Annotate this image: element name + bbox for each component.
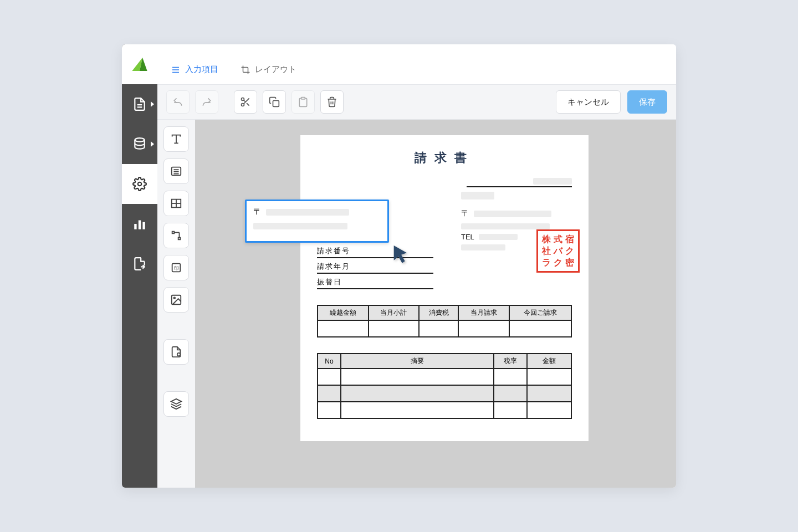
svg-rect-28 [172,232,175,234]
placeholder-line [461,192,494,200]
export-icon [132,257,147,271]
nav-settings[interactable] [122,164,157,204]
tab-label: 入力項目 [185,64,218,75]
bar-chart-icon [132,217,147,231]
placeholder-line [461,223,550,229]
cancel-button[interactable]: キャンセル [556,90,621,114]
svg-marker-39 [171,399,181,404]
svg-line-16 [244,100,245,102]
svg-point-35 [173,297,175,299]
list-box-icon [170,165,182,177]
image-icon [170,294,182,306]
nav-sidebar [122,44,157,488]
palette-list[interactable] [163,158,189,184]
table-row[interactable] [318,385,571,402]
svg-rect-17 [273,101,279,107]
database-icon [132,137,147,151]
th-carryover: 繰越金額 [318,305,369,320]
palette-stamp[interactable]: 印 [163,255,189,280]
nav-database[interactable] [122,124,157,164]
palette-image[interactable] [163,287,189,313]
redo-icon [201,96,212,108]
svg-rect-7 [139,221,141,229]
th-rate: 税率 [494,354,527,369]
undo-button[interactable] [166,90,190,114]
placeholder-line [461,244,505,250]
cursor-pointer-icon [390,243,412,267]
th-amount: 金額 [527,354,571,369]
tab-input-fields[interactable]: 入力項目 [171,64,218,84]
crop-icon [241,65,250,75]
undo-icon [172,96,183,108]
list-icon [171,65,181,75]
palette-add-page[interactable] [163,339,189,365]
caret-right-icon [151,141,154,147]
svg-rect-6 [134,224,136,229]
app-logo [122,44,157,84]
svg-rect-18 [301,98,305,99]
clipboard-icon [298,96,309,108]
table-icon [170,197,182,209]
field-transfer-date[interactable]: 振替日 [317,274,433,289]
toolbar: キャンセル 保存 [157,84,676,120]
svg-line-15 [247,103,249,106]
field-invoice-date[interactable]: 請求年月 [317,258,433,274]
field-date[interactable] [467,176,572,187]
th-no: No [318,354,341,369]
canvas[interactable]: 請求書 〒 [195,120,676,488]
svg-rect-29 [178,238,181,240]
text-icon [170,133,182,145]
scissors-icon [240,96,251,108]
svg-point-5 [138,182,142,186]
cut-button[interactable] [234,90,257,114]
element-palette: 印 [157,120,195,488]
delete-button[interactable] [320,90,344,114]
tab-layout[interactable]: レイアウト [241,64,296,84]
editor: 印 請求書 [157,120,676,488]
document-title: 請求書 [317,150,572,166]
company-postal[interactable]: 〒 [461,208,572,219]
tab-label: レイアウト [255,64,296,75]
gear-icon [132,177,147,191]
placeholder-line [266,209,349,216]
main-area: 入力項目 レイアウト [157,44,676,488]
caret-right-icon [151,101,154,107]
summary-table[interactable]: 繰越金額 当月小計 消費税 当月請求 今回ご請求 [317,305,572,337]
document-icon [132,97,147,111]
svg-point-13 [242,104,244,106]
nav-export[interactable] [122,244,157,284]
palette-layers[interactable] [163,391,189,417]
nav-document[interactable] [122,84,157,124]
field-invoice-no[interactable]: 請求番号 [317,243,433,258]
svg-rect-8 [142,222,145,229]
table-row[interactable] [318,402,571,418]
palette-text[interactable] [163,126,189,152]
svg-text:印: 印 [174,265,179,271]
add-page-icon [170,346,182,358]
th-desc: 摘要 [341,354,494,369]
stamp-icon: 印 [170,262,182,274]
th-month-billing: 当月請求 [458,305,509,320]
palette-shape[interactable] [163,223,189,248]
save-button[interactable]: 保存 [627,90,667,114]
copy-icon [269,96,280,108]
th-tax: 消費税 [419,305,458,320]
table-row[interactable] [318,369,571,385]
palette-table[interactable] [163,191,189,216]
detail-table[interactable]: No 摘要 税率 金額 [317,353,572,419]
document-page[interactable]: 請求書 〒 [300,135,589,441]
dragged-address-field[interactable]: 〒 [245,200,389,243]
shape-icon [170,229,182,242]
redo-button[interactable] [195,90,218,114]
copy-button[interactable] [263,90,286,114]
th-this-billing: 今回ご請求 [509,305,571,320]
placeholder-line [253,223,347,229]
app-window: 入力項目 レイアウト [122,44,676,488]
paste-button[interactable] [291,90,315,114]
postal-mark: 〒 [253,207,262,217]
svg-point-12 [242,98,244,101]
nav-analytics[interactable] [122,204,157,244]
company-seal[interactable]: 株 式 宿 社 バ ク ラ ク 密 [536,229,580,273]
table-row[interactable] [318,320,571,337]
top-tabs: 入力項目 レイアウト [157,44,676,84]
